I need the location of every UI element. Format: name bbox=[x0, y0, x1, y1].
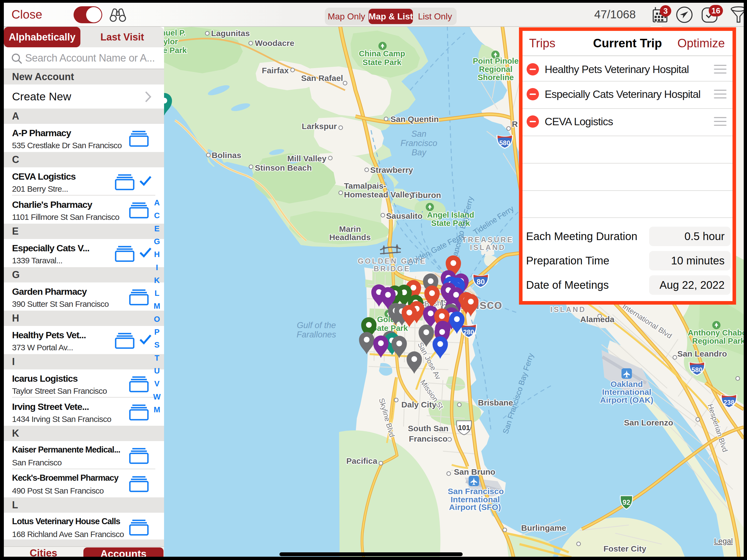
screen-frame-right bbox=[744, 0, 747, 560]
account-cards-icon bbox=[114, 332, 135, 349]
drag-handle-icon[interactable] bbox=[714, 65, 726, 74]
search-placeholder: Search Account Name or A... bbox=[25, 47, 155, 69]
svg-text:92: 92 bbox=[623, 499, 630, 506]
account-row[interactable]: Healthy Pets Vet...373 W Portal Av... bbox=[4, 326, 164, 354]
map-label: Alameda bbox=[580, 315, 614, 324]
account-row[interactable]: CEVA Logistics201 Berry Stre... bbox=[4, 167, 164, 196]
account-address: 168 Richland Ave San Francisco bbox=[12, 530, 124, 539]
setting-value[interactable]: 0.5 hour bbox=[649, 227, 730, 246]
index-letter[interactable]: A bbox=[152, 198, 162, 207]
account-name: Icarus Logistics bbox=[12, 373, 78, 384]
index-letter[interactable]: V bbox=[152, 379, 162, 388]
trip-stop-row[interactable]: Healthy Pets Veterinary Hospital bbox=[522, 56, 732, 83]
trip-stop-row[interactable]: Especially Cats Veterinary Hospital bbox=[522, 81, 732, 108]
trip-empty-row bbox=[522, 136, 732, 162]
setting-label: Date of Meetings bbox=[526, 273, 609, 297]
map-label: Tiburon bbox=[411, 190, 441, 200]
svg-text:80: 80 bbox=[476, 278, 485, 286]
remove-stop-button[interactable] bbox=[526, 63, 539, 75]
remove-stop-button[interactable] bbox=[526, 88, 539, 100]
tab-last-visit[interactable]: Last Visit bbox=[80, 27, 164, 47]
airport-plane-icon bbox=[621, 368, 632, 379]
segment-map-only[interactable]: Map Only bbox=[325, 8, 368, 25]
account-address: 535 Crestlake Dr San Francisco bbox=[12, 141, 122, 150]
index-letter[interactable]: I bbox=[152, 263, 162, 272]
account-cards-icon bbox=[129, 404, 149, 421]
index-letter[interactable]: K bbox=[152, 276, 162, 285]
map-list-segmented-control: Map Only Map & List List Only bbox=[325, 8, 457, 25]
index-letter[interactable]: S bbox=[152, 340, 162, 350]
list-visibility-toggle[interactable] bbox=[74, 6, 102, 23]
account-row[interactable]: Icarus LogisticsTaylor Street San Franci… bbox=[4, 370, 164, 398]
map-town-dot bbox=[394, 398, 398, 402]
map-label: San Leandro bbox=[677, 349, 727, 358]
tab-alphabetically[interactable]: Alphabetically bbox=[4, 27, 80, 47]
remove-stop-button[interactable] bbox=[526, 116, 539, 128]
map-label: R bbox=[512, 120, 518, 128]
account-row[interactable]: Kaiser Permanente Medical... San Francis… bbox=[4, 441, 164, 469]
account-row[interactable]: Irving Street Vete...1434 Irving St San … bbox=[4, 398, 164, 426]
map-label: Regional Park bbox=[692, 337, 744, 345]
index-letter[interactable]: U bbox=[152, 366, 162, 376]
tab-cities[interactable]: Cities bbox=[4, 547, 83, 557]
search-field[interactable]: Search Account Name or A... bbox=[4, 47, 164, 69]
account-name: Lotus Veterinary House Calls bbox=[12, 516, 120, 526]
map-town-dot bbox=[365, 168, 368, 172]
account-counter: 47/1068 bbox=[594, 3, 636, 26]
index-letter[interactable]: E bbox=[152, 224, 162, 233]
section-header: G bbox=[4, 267, 164, 282]
binoculars-icon[interactable] bbox=[109, 7, 126, 24]
account-address: 490 Post St San Francisco bbox=[12, 486, 104, 495]
map-town-dot bbox=[577, 542, 581, 546]
segment-list-only[interactable]: List Only bbox=[413, 8, 457, 25]
map-town-dot bbox=[291, 68, 294, 72]
index-letter[interactable]: H bbox=[152, 250, 162, 259]
map-label: Taylor bbox=[164, 37, 178, 46]
map-label: Anthony Chabot bbox=[688, 328, 744, 337]
account-list: New AccountCreate New AA-P Pharmacy535 C… bbox=[4, 69, 164, 546]
setting-value[interactable]: 10 minutes bbox=[649, 251, 730, 271]
map-town-dot bbox=[249, 165, 253, 169]
index-letter[interactable]: G bbox=[152, 237, 162, 246]
account-row[interactable]: Lotus Veterinary House Calls168 Richland… bbox=[4, 513, 164, 541]
account-address: 1434 Irving St San Francisco bbox=[12, 414, 111, 424]
account-row[interactable]: Garden Pharmacy390 Sutter St San Francis… bbox=[4, 282, 164, 311]
map-label: Homestead Valley bbox=[344, 190, 414, 199]
segment-map-and-list[interactable]: Map & List bbox=[368, 9, 413, 24]
account-row[interactable]: Keck's-Broemmel Pharmacy490 Post St San … bbox=[4, 469, 164, 498]
current-trip-panel: Trips Current Trip Optimize Healthy Pets… bbox=[519, 27, 736, 305]
map-label: Airport (SFO) bbox=[449, 503, 501, 512]
index-letter[interactable]: L bbox=[152, 289, 162, 298]
index-letter[interactable]: O bbox=[152, 315, 162, 324]
index-letter[interactable]: M bbox=[152, 405, 162, 414]
selected-check-icon bbox=[139, 334, 152, 345]
map-town-dot bbox=[384, 117, 388, 121]
index-letter[interactable]: C bbox=[152, 211, 162, 220]
account-name: Irving Street Vete... bbox=[12, 401, 89, 412]
optimize-button[interactable]: Optimize bbox=[677, 31, 725, 55]
index-letter[interactable]: W bbox=[152, 392, 162, 401]
map-label: Headlands bbox=[329, 233, 371, 242]
locate-me-icon[interactable] bbox=[674, 3, 694, 27]
map-label: Francisco bbox=[409, 434, 447, 443]
close-button[interactable]: Close bbox=[11, 3, 42, 26]
account-row[interactable]: Especially Cats V...1339 Taraval... bbox=[4, 239, 164, 267]
account-address: Taylor Street San Francisco bbox=[12, 386, 107, 396]
home-indicator[interactable] bbox=[279, 552, 463, 556]
account-row[interactable]: Charlie's Pharmacy1101 Fillmore St San F… bbox=[4, 196, 164, 224]
map-label: State Park bbox=[363, 58, 402, 67]
setting-value[interactable]: Aug 22, 2022 bbox=[649, 275, 730, 295]
trip-stop-row[interactable]: CEVA Logistics bbox=[522, 108, 732, 135]
index-letter[interactable]: M bbox=[152, 302, 162, 311]
account-row[interactable]: A-P Pharmacy535 Crestlake Dr San Francis… bbox=[4, 124, 164, 152]
account-address: 390 Sutter St San Francisco bbox=[12, 299, 109, 309]
index-letter[interactable]: T bbox=[152, 354, 162, 362]
drag-handle-icon[interactable] bbox=[714, 90, 726, 99]
setting-label: Preparation Time bbox=[526, 249, 610, 273]
tab-accounts[interactable]: Accounts bbox=[83, 548, 163, 557]
drag-handle-icon[interactable] bbox=[714, 117, 726, 126]
svg-text:580: 580 bbox=[499, 139, 510, 147]
account-name: CEVA Logistics bbox=[12, 171, 76, 182]
index-letter[interactable]: P bbox=[152, 328, 162, 337]
create-new-row[interactable]: Create New bbox=[4, 84, 164, 108]
